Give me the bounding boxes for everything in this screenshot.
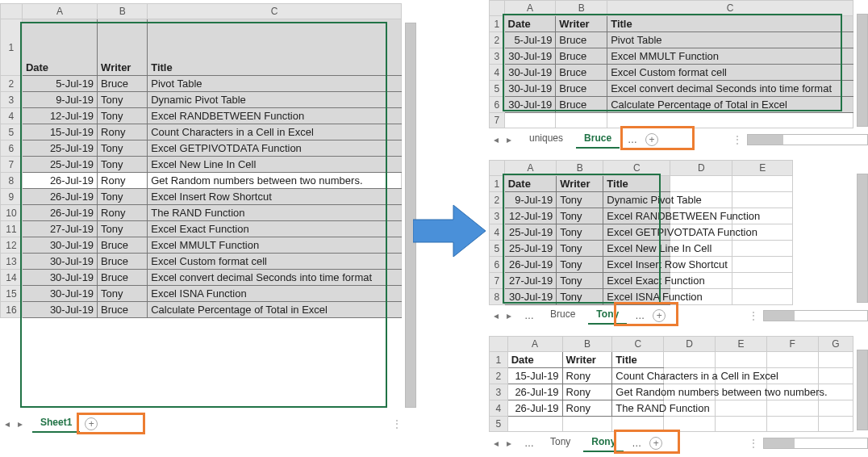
cell-title[interactable]: Calculate Percentage of Total in Excel xyxy=(607,97,853,113)
sheet-tab-tony[interactable]: Tony xyxy=(588,307,627,325)
cell-writer[interactable]: Tony xyxy=(98,157,148,173)
col-header[interactable]: C xyxy=(607,1,853,16)
col-header[interactable]: B xyxy=(557,161,603,176)
cell-title[interactable]: Count Characters in a Cell in Excel xyxy=(612,368,664,384)
table-row[interactable]: 626-Jul-19TonyExcel Insert Row Shortcut xyxy=(490,257,853,273)
cell-writer[interactable]: Rony xyxy=(562,368,612,384)
cell-title[interactable]: Excel convert decimal Seconds into time … xyxy=(607,81,853,97)
cell-writer[interactable]: Bruce xyxy=(556,48,607,65)
row-header[interactable]: 6 xyxy=(490,257,505,273)
cell-writer[interactable]: Bruce xyxy=(556,32,607,48)
row-header[interactable]: 11 xyxy=(1,221,23,237)
cell-title[interactable]: Excel GETPIVOTDATA Function xyxy=(603,224,670,241)
cell-date[interactable]: 30-Jul-19 xyxy=(22,270,97,286)
table-row[interactable]: 630-Jul-19BruceCalculate Percentage of T… xyxy=(490,97,853,113)
table-row[interactable]: 625-Jul-19TonyExcel GETPIVOTDATA Functio… xyxy=(1,140,402,157)
table-row[interactable]: 725-Jul-19TonyExcel New Line In Cell xyxy=(1,157,402,173)
row-header[interactable]: 5 xyxy=(1,124,23,140)
header-writer[interactable]: Writer xyxy=(556,16,607,32)
table-row[interactable]: 515-Jul-19RonyCount Characters in a Cell… xyxy=(1,124,402,140)
table-row[interactable]: 1330-Jul-19BruceExcel Custom format cell xyxy=(1,254,402,270)
row-header[interactable]: 15 xyxy=(1,286,23,302)
cell-writer[interactable]: Rony xyxy=(98,124,148,140)
sheet-tab-uniques[interactable]: uniques xyxy=(521,131,571,149)
col-header[interactable]: D xyxy=(670,161,732,176)
cell-date[interactable]: 5-Jul-19 xyxy=(22,76,97,92)
cell-title[interactable]: Get Random numbers between two numbers. xyxy=(612,384,664,400)
cell-date[interactable]: 27-Jul-19 xyxy=(504,273,556,289)
row-header[interactable]: 3 xyxy=(490,48,505,65)
row-header[interactable]: 1 xyxy=(490,16,505,32)
table-row[interactable]: 830-Jul-19TonyExcel ISNA Function xyxy=(490,289,853,305)
table-row[interactable]: 530-Jul-19BruceExcel convert decimal Sec… xyxy=(490,81,853,97)
horizontal-scrollbar[interactable] xyxy=(747,134,868,145)
cell-date[interactable]: 9-Jul-19 xyxy=(504,192,556,208)
select-all-cell[interactable] xyxy=(1,4,23,19)
row-header[interactable]: 6 xyxy=(1,140,23,157)
main-grid[interactable]: A B C 1 Date Writer Title 25-Jul-19Bruce… xyxy=(0,3,402,318)
sheet-tab-rony[interactable]: Rony xyxy=(583,434,624,452)
cell-date[interactable]: 25-Jul-19 xyxy=(504,241,556,257)
col-header[interactable]: E xyxy=(732,161,793,176)
cell-title[interactable]: The RAND Function xyxy=(148,205,402,221)
table-row[interactable]: 430-Jul-19BruceExcel Custom format cell xyxy=(490,65,853,81)
cell-date[interactable]: 26-Jul-19 xyxy=(22,173,97,189)
cell-date[interactable]: 5-Jul-19 xyxy=(504,32,556,48)
cell-title[interactable]: Excel Exact Function xyxy=(148,221,402,237)
cell-writer[interactable]: Bruce xyxy=(98,254,148,270)
cell-title[interactable]: Dynamic Pivot Table xyxy=(148,92,402,108)
col-header[interactable]: B xyxy=(562,337,612,352)
row-header[interactable]: 7 xyxy=(490,273,505,289)
tab-nav-first-icon[interactable]: ◂ xyxy=(494,134,499,145)
cell-title[interactable]: Excel ISNA Function xyxy=(603,289,670,305)
new-sheet-button[interactable]: + xyxy=(645,133,658,146)
col-header[interactable]: E xyxy=(716,337,767,352)
tab-overflow-dots[interactable]: … xyxy=(624,134,641,145)
cell-date[interactable]: 9-Jul-19 xyxy=(22,92,97,108)
table-row[interactable]: 412-Jul-19TonyExcel RANDBETWEEN Function xyxy=(1,108,402,124)
cell-writer[interactable]: Tony xyxy=(557,208,603,224)
table-row[interactable]: 525-Jul-19TonyExcel New Line In Cell xyxy=(490,241,853,257)
table-header-row[interactable]: 1 Date Writer Title xyxy=(490,176,853,192)
header-writer[interactable]: Writer xyxy=(98,19,148,76)
row-header[interactable]: 16 xyxy=(1,302,23,318)
cell-empty[interactable] xyxy=(732,257,793,273)
table-row[interactable]: 25-Jul-19BrucePivot Table xyxy=(490,32,853,48)
rony-grid[interactable]: A B C D E F G 1 Date Writer Title 215-Ju… xyxy=(489,336,853,432)
row-header[interactable]: 14 xyxy=(1,270,23,286)
col-header[interactable]: A xyxy=(22,4,97,19)
table-row[interactable]: 312-Jul-19TonyExcel RANDBETWEEN Function xyxy=(490,208,853,224)
cell-writer[interactable]: Tony xyxy=(557,289,603,305)
row-header[interactable]: 6 xyxy=(490,97,505,113)
row-header[interactable]: 4 xyxy=(490,400,508,417)
row-header[interactable]: 10 xyxy=(1,205,23,221)
cell-writer[interactable]: Bruce xyxy=(556,81,607,97)
cell-title[interactable]: Excel MMULT Function xyxy=(607,48,853,65)
sheet-tab-tony[interactable]: Tony xyxy=(542,434,578,452)
tab-overflow-dots[interactable]: … xyxy=(628,438,645,449)
cell-date[interactable]: 26-Jul-19 xyxy=(22,189,97,205)
table-row[interactable]: 39-Jul-19TonyDynamic Pivot Table xyxy=(1,92,402,108)
col-header[interactable]: A xyxy=(504,1,556,16)
tony-grid[interactable]: A B C D E 1 Date Writer Title 29-Jul-19T… xyxy=(489,160,853,305)
col-header[interactable]: C xyxy=(603,161,670,176)
header-date[interactable]: Date xyxy=(504,176,556,192)
header-title[interactable]: Title xyxy=(612,352,664,368)
table-row[interactable]: 1630-Jul-19BruceCalculate Percentage of … xyxy=(1,302,402,318)
row-header[interactable]: 1 xyxy=(490,352,508,368)
row-header[interactable]: 5 xyxy=(490,81,505,97)
cell-empty[interactable] xyxy=(818,400,853,417)
cell-writer[interactable]: Tony xyxy=(98,189,148,205)
tab-nav-first-icon[interactable]: ◂ xyxy=(494,438,499,449)
cell-date[interactable]: 30-Jul-19 xyxy=(504,65,556,81)
table-header-row[interactable]: 1 Date Writer Title xyxy=(490,16,853,32)
cell-writer[interactable]: Bruce xyxy=(98,270,148,286)
cell-date[interactable]: 30-Jul-19 xyxy=(504,289,556,305)
table-header-row[interactable]: 1 Date Writer Title xyxy=(490,352,853,368)
row-header[interactable]: 8 xyxy=(490,289,505,305)
cell-title[interactable]: Excel RANDBETWEEN Function xyxy=(603,208,670,224)
tab-nav-prev-icon[interactable]: ▸ xyxy=(507,134,511,145)
tab-nav-prev-icon[interactable]: ▸ xyxy=(18,418,23,430)
cell-writer[interactable]: Rony xyxy=(562,400,612,417)
col-header[interactable]: A xyxy=(507,337,562,352)
